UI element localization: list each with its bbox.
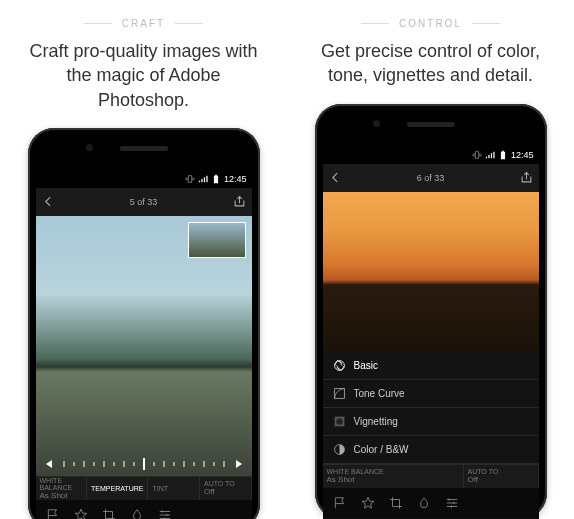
section-tag: CONTROL xyxy=(361,18,500,29)
flag-icon[interactable] xyxy=(333,496,347,510)
auto-tone-control[interactable]: AUTO TOOff xyxy=(200,477,252,500)
panel-label: Color / B&W xyxy=(354,444,409,455)
vibrate-icon xyxy=(185,174,195,184)
svg-point-20 xyxy=(336,418,343,425)
panel-row-vignetting[interactable]: Vignetting xyxy=(323,408,539,436)
adjustment-slider[interactable] xyxy=(36,452,252,476)
droplet-icon[interactable] xyxy=(417,496,431,510)
promo-blurb: Craft pro-quality images with the magic … xyxy=(20,39,267,112)
panel-label: Basic xyxy=(354,360,378,371)
auto-tone-control[interactable]: AUTO TOOff xyxy=(464,465,539,488)
phone-screen: 12:45 5 of 33 WHITE BALANCEAs Shot xyxy=(36,170,252,519)
crop-icon[interactable] xyxy=(389,496,403,510)
panel-label: Tone Curve xyxy=(354,388,405,399)
android-status-bar: 12:45 xyxy=(323,146,539,164)
white-balance-control[interactable]: WHITE BALANCEAs Shot xyxy=(323,465,464,488)
section-tag: CRAFT xyxy=(84,18,203,29)
panel-row-color-bw[interactable]: Color / B&W xyxy=(323,436,539,464)
signal-icon xyxy=(485,150,495,160)
white-balance-control[interactable]: WHITE BALANCEAs Shot xyxy=(36,477,88,500)
star-icon[interactable] xyxy=(361,496,375,510)
promo-column-craft: CRAFT Craft pro-quality images with the … xyxy=(0,0,287,519)
aperture-icon xyxy=(333,359,346,372)
promo-column-control: CONTROL Get precise control of color, to… xyxy=(287,0,574,519)
phone-screen: 12:45 6 of 33 Basic Tone Curve xyxy=(323,146,539,519)
droplet-icon[interactable] xyxy=(130,508,144,519)
photo-preview[interactable] xyxy=(323,192,539,352)
battery-icon xyxy=(211,174,221,184)
curve-icon xyxy=(333,387,346,400)
status-clock: 12:45 xyxy=(224,174,247,184)
photo-preview[interactable] xyxy=(36,216,252,476)
sliders-icon[interactable] xyxy=(158,508,172,519)
share-icon[interactable] xyxy=(233,195,246,208)
flag-icon[interactable] xyxy=(46,508,60,519)
vibrate-icon xyxy=(472,150,482,160)
adjustment-controls: WHITE BALANCEAs Shot AUTO TOOff xyxy=(323,464,539,488)
app-toolbar: 6 of 33 xyxy=(323,164,539,192)
share-icon[interactable] xyxy=(520,171,533,184)
back-icon[interactable] xyxy=(42,195,55,208)
panel-label: Vignetting xyxy=(354,416,398,427)
app-toolbar: 5 of 33 xyxy=(36,188,252,216)
signal-icon xyxy=(198,174,208,184)
temperature-control[interactable]: TEMPERATURE xyxy=(87,477,148,500)
crop-icon[interactable] xyxy=(102,508,116,519)
before-thumbnail[interactable] xyxy=(188,222,246,258)
adjustment-controls: WHITE BALANCEAs Shot TEMPERATURE TINT AU… xyxy=(36,476,252,500)
color-bw-icon xyxy=(333,443,346,456)
sliders-icon[interactable] xyxy=(445,496,459,510)
panel-row-tone-curve[interactable]: Tone Curve xyxy=(323,380,539,408)
edit-panel: Basic Tone Curve Vignetting Color / B&W xyxy=(323,352,539,464)
status-clock: 12:45 xyxy=(511,150,534,160)
bottom-toolbar xyxy=(36,500,252,519)
android-status-bar: 12:45 xyxy=(36,170,252,188)
photo-counter: 6 of 33 xyxy=(348,173,514,183)
vignette-icon xyxy=(333,415,346,428)
blurb-strong: Craft pro-quality images xyxy=(29,41,220,61)
phone-frame: 12:45 5 of 33 WHITE BALANCEAs Shot xyxy=(28,128,260,519)
photo-counter: 5 of 33 xyxy=(61,197,227,207)
battery-icon xyxy=(498,150,508,160)
back-icon[interactable] xyxy=(329,171,342,184)
tint-control[interactable]: TINT xyxy=(148,477,200,500)
star-icon[interactable] xyxy=(74,508,88,519)
promo-blurb: Get precise control of color, tone, vign… xyxy=(307,39,554,88)
bottom-toolbar xyxy=(323,488,539,518)
panel-row-basic[interactable]: Basic xyxy=(323,352,539,380)
phone-frame: 12:45 6 of 33 Basic Tone Curve xyxy=(315,104,547,519)
blurb-strong: Get precise control xyxy=(321,41,472,61)
